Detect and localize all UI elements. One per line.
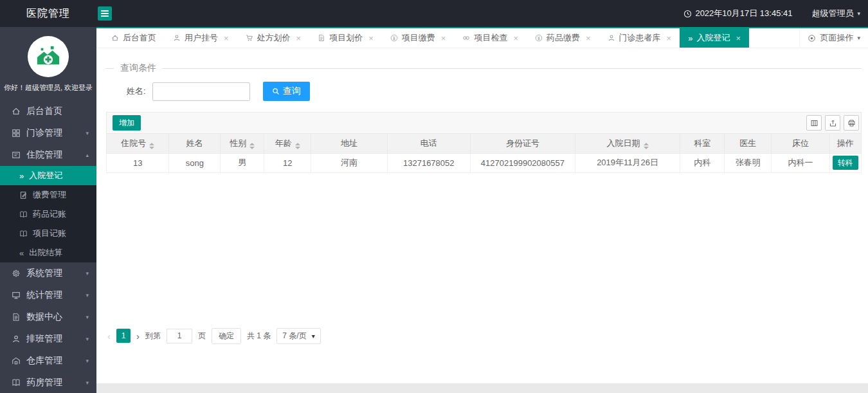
columns-filter-button[interactable]: [806, 115, 822, 131]
tab-drug-payment[interactable]: 药品缴费 ×: [527, 28, 599, 48]
tab-bar: 后台首页 用户挂号 × 处方划价 × 项目划价 × 项目缴费 × 项目检查 ×: [96, 27, 868, 48]
chevron-down-icon: ▾: [857, 35, 860, 41]
close-icon[interactable]: ×: [736, 34, 741, 42]
name-input[interactable]: [152, 82, 250, 101]
sidebar-item-payment-manage[interactable]: 缴费管理: [0, 185, 96, 205]
sort-icon[interactable]: [644, 143, 649, 149]
sidebar-item-pharmacy[interactable]: 药房管理 ▾: [0, 372, 96, 393]
close-icon[interactable]: ×: [667, 34, 672, 42]
person-icon: [173, 34, 181, 42]
sidebar-item-data-center[interactable]: 数据中心 ▾: [0, 306, 96, 328]
export-button[interactable]: [825, 115, 840, 131]
query-fieldset: 查询条件 姓名: 查询: [106, 62, 862, 101]
sidebar-toggle-button[interactable]: [98, 6, 112, 21]
person-icon: [12, 334, 21, 343]
chevron-down-icon: ▾: [86, 130, 89, 136]
sidebar: 你好！超级管理员, 欢迎登录 后台首页 门诊管理 ▾ 住院管理 ▴ » 入院登记…: [0, 27, 96, 393]
tab-project-pricing[interactable]: 项目划价 ×: [309, 28, 382, 48]
tab-project-payment[interactable]: 项目缴费 ×: [382, 28, 455, 48]
sidebar-item-discharge-settle[interactable]: « 出院结算: [0, 243, 96, 262]
cart-icon: [246, 34, 253, 42]
tab-project-check[interactable]: 项目检查 ×: [454, 28, 527, 48]
col-gender[interactable]: 性别: [221, 134, 264, 153]
col-age[interactable]: 年龄: [264, 134, 311, 153]
sidebar-item-project-billing[interactable]: 项目记账: [0, 224, 96, 243]
tab-admission-register[interactable]: » 入院登记 ×: [680, 28, 749, 48]
sidebar-item-label: 药房管理: [26, 377, 62, 388]
book-icon: [19, 230, 28, 238]
main-area: 后台首页 用户挂号 × 处方划价 × 项目划价 × 项目缴费 × 项目检查 ×: [96, 27, 868, 393]
sidebar-item-system[interactable]: 系统管理 ▾: [0, 262, 96, 284]
home-icon: [111, 34, 119, 42]
sort-icon[interactable]: [149, 143, 154, 149]
print-button[interactable]: [844, 115, 859, 131]
close-icon[interactable]: ×: [441, 34, 446, 42]
sidebar-item-warehouse[interactable]: 仓库管理 ▾: [0, 350, 96, 372]
sidebar-item-dashboard[interactable]: 后台首页: [0, 100, 96, 122]
page-size-select[interactable]: 7 条/页 ▾: [276, 328, 320, 344]
cell-age: 12: [264, 153, 311, 172]
transfer-department-button[interactable]: 转科: [833, 156, 858, 170]
hospital-logo-icon: [35, 44, 61, 69]
page-actions-menu[interactable]: 页面操作 ▾: [799, 28, 868, 48]
warehouse-icon: [12, 356, 21, 365]
home-icon: [12, 107, 21, 116]
close-icon[interactable]: ×: [296, 34, 302, 42]
monitor-icon: [12, 291, 21, 300]
cell-id-card: 412702199902080557: [470, 153, 575, 172]
double-chevron-right-icon: »: [19, 172, 24, 180]
goto-confirm-button[interactable]: 确定: [212, 328, 241, 344]
sidebar-item-inpatient[interactable]: 住院管理 ▴: [0, 144, 96, 166]
close-icon[interactable]: ×: [513, 34, 518, 42]
goto-page-suffix: 页: [198, 331, 206, 342]
sidebar-item-label: 出院结算: [29, 247, 62, 259]
yen-circle-icon: [390, 34, 398, 42]
datetime-display: 2022年10月17日 13:45:41: [683, 8, 792, 19]
total-count-text: 共 1 条: [247, 331, 271, 342]
tab-label: 用户挂号: [185, 32, 218, 44]
search-button-label: 查询: [283, 86, 301, 97]
col-department: 科室: [680, 134, 725, 153]
goto-page-input[interactable]: [167, 329, 192, 343]
pagination-prev-button[interactable]: ‹: [107, 331, 111, 342]
sidebar-item-label: 项目记账: [33, 228, 66, 239]
chevron-down-icon: ▾: [86, 314, 89, 320]
chevron-down-icon: ▾: [86, 379, 89, 386]
pagination-page-1[interactable]: 1: [116, 329, 131, 343]
chevron-down-icon: ▾: [312, 333, 315, 340]
close-icon[interactable]: ×: [586, 34, 591, 42]
sort-icon[interactable]: [295, 143, 300, 149]
cell-department: 内科: [680, 153, 725, 172]
user-menu[interactable]: 超级管理员 ▾: [811, 8, 860, 19]
sidebar-item-label: 数据中心: [26, 311, 62, 323]
tab-user-register[interactable]: 用户挂号 ×: [165, 28, 237, 48]
col-hospital-no[interactable]: 住院号: [107, 134, 169, 153]
tab-label: 药品缴费: [547, 32, 580, 44]
chevron-up-icon: ▴: [86, 152, 89, 158]
tab-label: 入院登记: [696, 32, 730, 44]
sidebar-item-outpatient[interactable]: 门诊管理 ▾: [0, 122, 96, 144]
pagination-next-button[interactable]: ›: [136, 331, 140, 342]
search-button[interactable]: 查询: [263, 82, 310, 101]
add-button[interactable]: 增加: [113, 115, 141, 131]
cell-actions: 转科: [829, 153, 861, 172]
tab-label: 后台首页: [123, 32, 156, 44]
sidebar-item-label: 缴费管理: [33, 189, 66, 201]
print-icon: [847, 119, 856, 127]
book-icon: [19, 210, 28, 219]
sidebar-item-drug-billing[interactable]: 药品记账: [0, 205, 96, 224]
query-legend: 查询条件: [114, 62, 163, 74]
col-admit-date[interactable]: 入院日期: [575, 134, 680, 153]
inpatient-submenu: » 入院登记 缴费管理 药品记账 项目记账 « 出院结算: [0, 166, 96, 262]
tab-dashboard[interactable]: 后台首页: [103, 28, 165, 48]
radio-dot-icon: [808, 34, 816, 42]
close-icon[interactable]: ×: [368, 34, 374, 42]
sidebar-item-scheduling[interactable]: 排班管理 ▾: [0, 328, 96, 350]
sort-icon[interactable]: [249, 143, 255, 149]
sidebar-item-admission-register[interactable]: » 入院登记: [0, 166, 96, 185]
tab-prescription-pricing[interactable]: 处方划价 ×: [237, 28, 310, 48]
sidebar-item-statistics[interactable]: 统计管理 ▾: [0, 284, 96, 306]
close-icon[interactable]: ×: [224, 34, 229, 42]
chevron-down-icon: ▾: [86, 270, 89, 277]
tab-outpatient-library[interactable]: 门诊患者库 ×: [599, 28, 680, 48]
